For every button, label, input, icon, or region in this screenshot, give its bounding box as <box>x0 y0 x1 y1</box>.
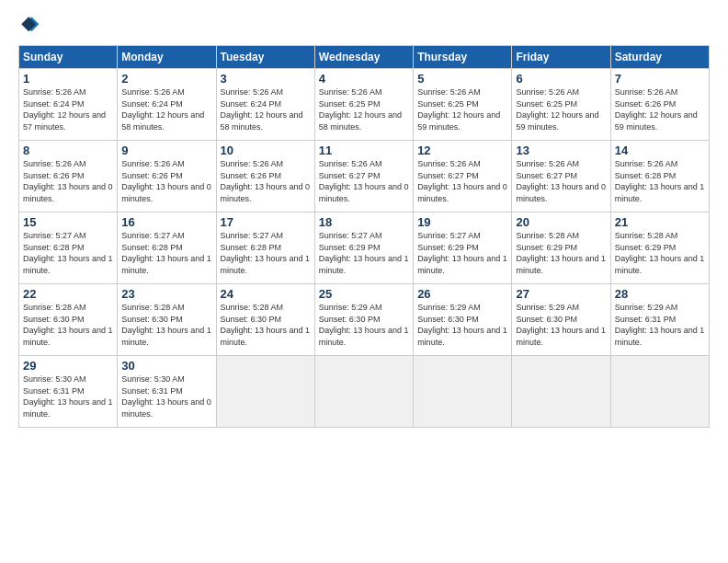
day-number: 16 <box>121 215 211 229</box>
day-number: 18 <box>319 215 409 229</box>
calendar-col-header: Friday <box>512 46 610 69</box>
calendar-week-row: 1Sunrise: 5:26 AM Sunset: 6:24 PM Daylig… <box>19 69 710 141</box>
calendar-day-cell: 26Sunrise: 5:29 AM Sunset: 6:30 PM Dayli… <box>414 284 512 356</box>
day-detail: Sunrise: 5:28 AM Sunset: 6:29 PM Dayligh… <box>516 230 606 276</box>
calendar-day-cell: 30Sunrise: 5:30 AM Sunset: 6:31 PM Dayli… <box>118 356 216 428</box>
calendar-day-cell <box>414 356 512 428</box>
day-detail: Sunrise: 5:26 AM Sunset: 6:27 PM Dayligh… <box>319 158 409 204</box>
day-detail: Sunrise: 5:29 AM Sunset: 6:30 PM Dayligh… <box>516 302 606 348</box>
day-number: 13 <box>516 144 606 157</box>
day-number: 19 <box>417 215 507 229</box>
calendar-day-cell <box>216 356 314 428</box>
calendar-day-cell: 28Sunrise: 5:29 AM Sunset: 6:31 PM Dayli… <box>610 284 709 356</box>
day-number: 23 <box>121 287 211 301</box>
calendar-week-row: 8Sunrise: 5:26 AM Sunset: 6:26 PM Daylig… <box>19 141 710 213</box>
day-number: 5 <box>417 72 507 86</box>
calendar-day-cell: 12Sunrise: 5:26 AM Sunset: 6:27 PM Dayli… <box>414 141 512 213</box>
day-detail: Sunrise: 5:27 AM Sunset: 6:28 PM Dayligh… <box>23 230 113 276</box>
day-detail: Sunrise: 5:27 AM Sunset: 6:28 PM Dayligh… <box>121 230 211 276</box>
calendar-day-cell: 23Sunrise: 5:28 AM Sunset: 6:30 PM Dayli… <box>118 284 216 356</box>
day-number: 7 <box>615 72 705 86</box>
calendar-col-header: Thursday <box>414 46 512 69</box>
day-number: 12 <box>417 144 507 157</box>
header <box>18 14 710 36</box>
day-number: 11 <box>319 144 409 157</box>
day-number: 1 <box>23 72 113 86</box>
day-number: 26 <box>417 287 507 301</box>
calendar-day-cell: 15Sunrise: 5:27 AM Sunset: 6:28 PM Dayli… <box>19 213 118 284</box>
day-detail: Sunrise: 5:26 AM Sunset: 6:25 PM Dayligh… <box>319 86 409 132</box>
calendar-day-cell: 19Sunrise: 5:27 AM Sunset: 6:29 PM Dayli… <box>414 213 512 284</box>
logo <box>18 14 44 36</box>
calendar-week-row: 29Sunrise: 5:30 AM Sunset: 6:31 PM Dayli… <box>19 356 710 428</box>
calendar-body: 1Sunrise: 5:26 AM Sunset: 6:24 PM Daylig… <box>19 69 710 428</box>
calendar-table: SundayMondayTuesdayWednesdayThursdayFrid… <box>18 45 710 428</box>
day-detail: Sunrise: 5:26 AM Sunset: 6:28 PM Dayligh… <box>615 158 705 204</box>
calendar-day-cell: 22Sunrise: 5:28 AM Sunset: 6:30 PM Dayli… <box>19 284 118 356</box>
day-detail: Sunrise: 5:26 AM Sunset: 6:24 PM Dayligh… <box>23 86 113 132</box>
day-detail: Sunrise: 5:27 AM Sunset: 6:29 PM Dayligh… <box>417 230 507 276</box>
day-detail: Sunrise: 5:26 AM Sunset: 6:27 PM Dayligh… <box>516 158 606 204</box>
calendar-col-header: Saturday <box>610 46 709 69</box>
day-detail: Sunrise: 5:26 AM Sunset: 6:26 PM Dayligh… <box>23 158 113 204</box>
day-number: 27 <box>516 287 606 301</box>
calendar-day-cell: 27Sunrise: 5:29 AM Sunset: 6:30 PM Dayli… <box>512 284 610 356</box>
day-detail: Sunrise: 5:26 AM Sunset: 6:26 PM Dayligh… <box>615 86 705 132</box>
calendar-day-cell: 18Sunrise: 5:27 AM Sunset: 6:29 PM Dayli… <box>314 213 413 284</box>
day-detail: Sunrise: 5:26 AM Sunset: 6:24 PM Dayligh… <box>121 86 211 132</box>
calendar-day-cell: 21Sunrise: 5:28 AM Sunset: 6:29 PM Dayli… <box>610 213 709 284</box>
day-detail: Sunrise: 5:28 AM Sunset: 6:30 PM Dayligh… <box>121 302 211 348</box>
day-detail: Sunrise: 5:29 AM Sunset: 6:30 PM Dayligh… <box>417 302 507 348</box>
day-detail: Sunrise: 5:28 AM Sunset: 6:29 PM Dayligh… <box>615 230 705 276</box>
calendar-day-cell <box>314 356 413 428</box>
calendar-day-cell: 17Sunrise: 5:27 AM Sunset: 6:28 PM Dayli… <box>216 213 314 284</box>
calendar-day-cell <box>512 356 610 428</box>
calendar-week-row: 15Sunrise: 5:27 AM Sunset: 6:28 PM Dayli… <box>19 213 710 284</box>
calendar-day-cell: 1Sunrise: 5:26 AM Sunset: 6:24 PM Daylig… <box>19 69 118 141</box>
day-detail: Sunrise: 5:26 AM Sunset: 6:26 PM Dayligh… <box>221 158 311 204</box>
calendar-day-cell: 5Sunrise: 5:26 AM Sunset: 6:25 PM Daylig… <box>414 69 512 141</box>
day-number: 21 <box>615 215 705 229</box>
logo-icon <box>18 14 40 36</box>
day-detail: Sunrise: 5:28 AM Sunset: 6:30 PM Dayligh… <box>23 302 113 348</box>
calendar-day-cell: 6Sunrise: 5:26 AM Sunset: 6:25 PM Daylig… <box>512 69 610 141</box>
calendar-day-cell: 3Sunrise: 5:26 AM Sunset: 6:24 PM Daylig… <box>216 69 314 141</box>
calendar-col-header: Sunday <box>19 46 118 69</box>
calendar-day-cell: 11Sunrise: 5:26 AM Sunset: 6:27 PM Dayli… <box>314 141 413 213</box>
day-number: 24 <box>221 287 311 301</box>
day-detail: Sunrise: 5:30 AM Sunset: 6:31 PM Dayligh… <box>121 373 211 419</box>
day-detail: Sunrise: 5:26 AM Sunset: 6:24 PM Dayligh… <box>221 86 311 132</box>
day-number: 22 <box>23 287 113 301</box>
day-detail: Sunrise: 5:26 AM Sunset: 6:25 PM Dayligh… <box>516 86 606 132</box>
calendar-day-cell <box>610 356 709 428</box>
day-number: 3 <box>221 72 311 86</box>
calendar-day-cell: 7Sunrise: 5:26 AM Sunset: 6:26 PM Daylig… <box>610 69 709 141</box>
calendar-day-cell: 25Sunrise: 5:29 AM Sunset: 6:30 PM Dayli… <box>314 284 413 356</box>
day-detail: Sunrise: 5:29 AM Sunset: 6:30 PM Dayligh… <box>319 302 409 348</box>
calendar-header-row: SundayMondayTuesdayWednesdayThursdayFrid… <box>19 46 710 69</box>
calendar-day-cell: 29Sunrise: 5:30 AM Sunset: 6:31 PM Dayli… <box>19 356 118 428</box>
day-number: 9 <box>121 144 211 157</box>
calendar-day-cell: 13Sunrise: 5:26 AM Sunset: 6:27 PM Dayli… <box>512 141 610 213</box>
day-number: 10 <box>221 144 311 157</box>
day-number: 14 <box>615 144 705 157</box>
day-detail: Sunrise: 5:27 AM Sunset: 6:29 PM Dayligh… <box>319 230 409 276</box>
calendar-week-row: 22Sunrise: 5:28 AM Sunset: 6:30 PM Dayli… <box>19 284 710 356</box>
calendar-day-cell: 2Sunrise: 5:26 AM Sunset: 6:24 PM Daylig… <box>118 69 216 141</box>
calendar-day-cell: 9Sunrise: 5:26 AM Sunset: 6:26 PM Daylig… <box>118 141 216 213</box>
day-detail: Sunrise: 5:26 AM Sunset: 6:27 PM Dayligh… <box>417 158 507 204</box>
day-number: 15 <box>23 215 113 229</box>
day-number: 2 <box>121 72 211 86</box>
page: SundayMondayTuesdayWednesdayThursdayFrid… <box>0 0 728 563</box>
day-detail: Sunrise: 5:26 AM Sunset: 6:25 PM Dayligh… <box>417 86 507 132</box>
calendar-col-header: Wednesday <box>314 46 413 69</box>
calendar-day-cell: 20Sunrise: 5:28 AM Sunset: 6:29 PM Dayli… <box>512 213 610 284</box>
day-number: 4 <box>319 72 409 86</box>
calendar-day-cell: 10Sunrise: 5:26 AM Sunset: 6:26 PM Dayli… <box>216 141 314 213</box>
day-detail: Sunrise: 5:29 AM Sunset: 6:31 PM Dayligh… <box>615 302 705 348</box>
day-number: 25 <box>319 287 409 301</box>
day-detail: Sunrise: 5:27 AM Sunset: 6:28 PM Dayligh… <box>221 230 311 276</box>
calendar-day-cell: 24Sunrise: 5:28 AM Sunset: 6:30 PM Dayli… <box>216 284 314 356</box>
calendar-day-cell: 8Sunrise: 5:26 AM Sunset: 6:26 PM Daylig… <box>19 141 118 213</box>
day-number: 30 <box>121 359 211 373</box>
